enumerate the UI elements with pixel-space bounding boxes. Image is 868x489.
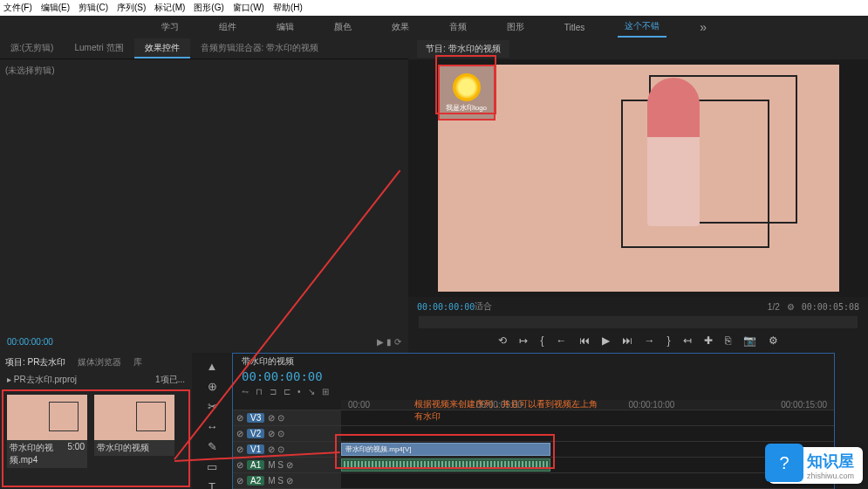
source-panel-tabs: 源:(无剪辑) Lumetri 范围 效果控件 音频剪辑混合器: 带水印的视频	[0, 38, 408, 59]
effect-controls-footer: 00:00:00:00 ▶ ▮ ⟳	[0, 334, 408, 353]
tools-panel: ▲ ⊕ ✂ ↔ ✎ ▭ T	[192, 353, 232, 489]
step-back-icon[interactable]: ←	[557, 334, 567, 347]
ruler-tick: 00:00:10:00	[629, 400, 675, 410]
ws-effects[interactable]: 效果	[385, 17, 416, 37]
track-a2[interactable]: ⊘A2M S ⊘	[233, 472, 834, 488]
ws-edit[interactable]: 编辑	[270, 17, 301, 37]
site-name: 知识屋	[807, 451, 854, 472]
clip-thumb-1[interactable]: 带水印的视频.mp45:00	[7, 395, 87, 482]
thumb-image	[7, 395, 87, 440]
menu-help[interactable]: 帮助(H)	[273, 2, 303, 14]
ws-color[interactable]: 颜色	[327, 17, 359, 37]
tab-audio-mixer[interactable]: 音频剪辑混合器: 带水印的视频	[190, 38, 330, 59]
clip-thumb-2[interactable]: 带水印的视频	[94, 395, 174, 482]
tab-source[interactable]: 源:(无剪辑)	[0, 38, 64, 59]
track-select-tool-icon[interactable]: ⊕	[208, 380, 217, 393]
monitor-viewport: 我是水印logo	[408, 59, 868, 297]
video-frame[interactable]: 我是水印logo	[438, 65, 839, 292]
source-effects-panel: 源:(无剪辑) Lumetri 范围 效果控件 音频剪辑混合器: 带水印的视频 …	[0, 38, 408, 353]
footer-icons[interactable]: ▶ ▮ ⟳	[377, 337, 401, 349]
text-tool-icon[interactable]: T	[208, 480, 215, 489]
slip-tool-icon[interactable]: ↔	[207, 420, 218, 433]
tab-library[interactable]: 库	[133, 356, 142, 368]
selection-tool-icon[interactable]: ▲	[207, 360, 218, 373]
tl-tool-4-icon[interactable]: ⊏	[284, 387, 290, 396]
sun-icon	[453, 73, 481, 101]
tl-tool-7-icon[interactable]: ⊞	[322, 387, 329, 396]
tab-media-browser[interactable]: 媒体浏览器	[78, 356, 121, 368]
tl-tool-2-icon[interactable]: ⊓	[256, 387, 263, 396]
transport-controls: ⟲ ↦ { ← ⏮ ▶ ⏭ → } ↤ ✚ ⎘ 📷 ⚙	[408, 328, 868, 353]
model-figure	[647, 78, 700, 226]
audio-clip[interactable]	[341, 458, 550, 472]
goto-end-icon[interactable]: ⏭	[622, 334, 632, 347]
mark-in-icon[interactable]: ⟲	[498, 334, 507, 347]
compare-icon[interactable]: ⎘	[725, 334, 731, 347]
fit-dropdown[interactable]: 适合	[475, 300, 492, 313]
ws-titles[interactable]: Titles	[557, 19, 592, 36]
workspace-tabs: 学习 组件 编辑 颜色 效果 音频 图形 Titles 这个不错 »	[0, 16, 868, 38]
scrub-bar[interactable]	[419, 316, 858, 328]
annotation-text: 根据视频来创建序列，并且可以看到视频左上角 有水印	[414, 398, 598, 423]
insert-icon[interactable]: ↦	[519, 334, 528, 347]
rectangle-tool-icon[interactable]: ▭	[207, 460, 217, 473]
site-logo-icon: ?	[765, 444, 803, 482]
tab-project[interactable]: 项目: PR去水印	[5, 356, 65, 368]
menu-file[interactable]: 文件(F)	[3, 2, 32, 14]
step-fwd-icon[interactable]: →	[645, 334, 655, 347]
goto-start-icon[interactable]: ⏮	[579, 334, 590, 347]
site-watermark-badge: ? 知识屋 zhishiwu.com	[769, 447, 863, 484]
program-header: 节目: 带水印的视频	[408, 38, 868, 59]
bin-arrow-icon[interactable]: ▸	[7, 375, 11, 384]
button-editor-icon[interactable]: ⚙	[769, 334, 778, 347]
ws-assembly[interactable]: 组件	[212, 17, 243, 37]
ruler-tick: 00:00:15:00	[781, 400, 827, 410]
video-clip[interactable]: 带水印的视频.mp4[V]	[341, 443, 550, 456]
menu-sequence[interactable]: 序列(S)	[117, 2, 146, 14]
menu-graphic[interactable]: 图形(G)	[194, 2, 223, 14]
thumb-image	[94, 395, 174, 440]
menu-clip[interactable]: 剪辑(C)	[79, 2, 108, 14]
tl-tool-5-icon[interactable]: •	[297, 387, 301, 396]
tab-lumetri[interactable]: Lumetri 范围	[64, 38, 133, 59]
project-thumbnail-area: 带水印的视频.mp45:00 带水印的视频	[0, 388, 192, 489]
tab-effect-controls[interactable]: 效果控件	[134, 38, 190, 59]
ws-custom[interactable]: 这个不错	[618, 17, 666, 38]
mark-in-brace-icon[interactable]: {	[540, 334, 543, 347]
watermark-text: 我是水印logo	[446, 103, 487, 113]
watermark-overlay: 我是水印logo	[438, 65, 496, 121]
camera-icon[interactable]: 📷	[743, 334, 756, 347]
mark-out-brace-icon[interactable]: }	[667, 334, 671, 347]
footer-time: 00:00:00:00	[7, 337, 53, 349]
duration-time: 00:00:05:08	[802, 302, 859, 312]
play-icon[interactable]: ▶	[602, 334, 610, 347]
ws-graphics[interactable]: 图形	[500, 17, 531, 37]
ws-more-icon[interactable]: »	[693, 17, 714, 38]
playhead-time[interactable]: 00:00:00:00	[417, 302, 475, 312]
timeline-playhead-time[interactable]: 00:00:00:00	[233, 369, 834, 383]
menu-window[interactable]: 窗口(W)	[233, 2, 264, 14]
export-frame-icon[interactable]: ✚	[704, 334, 713, 347]
project-panel: 项目: PR去水印 媒体浏览器 库 ▸ PR去水印.prproj 1项已... …	[0, 353, 192, 489]
track-v1[interactable]: ⊘V1⊘ ⊙带水印的视频.mp4[V]	[233, 441, 834, 457]
project-bin-name[interactable]: PR去水印.prproj	[14, 375, 77, 384]
thumb-dur: 5:00	[68, 442, 85, 466]
ws-learn[interactable]: 学习	[154, 17, 186, 37]
item-count: 1项已...	[155, 374, 185, 386]
settings-icon[interactable]: ⚙	[787, 302, 795, 312]
track-a1[interactable]: ⊘A1M S ⊘	[233, 457, 834, 472]
thumb-label: 带水印的视频.mp4	[10, 442, 68, 466]
site-domain: zhishiwu.com	[807, 472, 854, 480]
ws-audio[interactable]: 音频	[442, 17, 474, 37]
tl-tool-3-icon[interactable]: ⊐	[270, 387, 277, 396]
resolution-dropdown[interactable]: 1/2	[768, 302, 780, 312]
project-tabs: 项目: PR去水印 媒体浏览器 库	[0, 353, 192, 372]
lift-icon[interactable]: ↤	[683, 334, 692, 347]
program-title-tab[interactable]: 节目: 带水印的视频	[417, 40, 509, 58]
menu-edit[interactable]: 编辑(E)	[41, 2, 70, 14]
tl-tool-1-icon[interactable]: ⥊	[242, 387, 249, 396]
pen-tool-icon[interactable]: ✎	[208, 440, 217, 453]
track-v2[interactable]: ⊘V2⊘ ⊙	[233, 425, 834, 441]
menu-marker[interactable]: 标记(M)	[154, 2, 185, 14]
tl-tool-6-icon[interactable]: ↘	[308, 387, 315, 396]
